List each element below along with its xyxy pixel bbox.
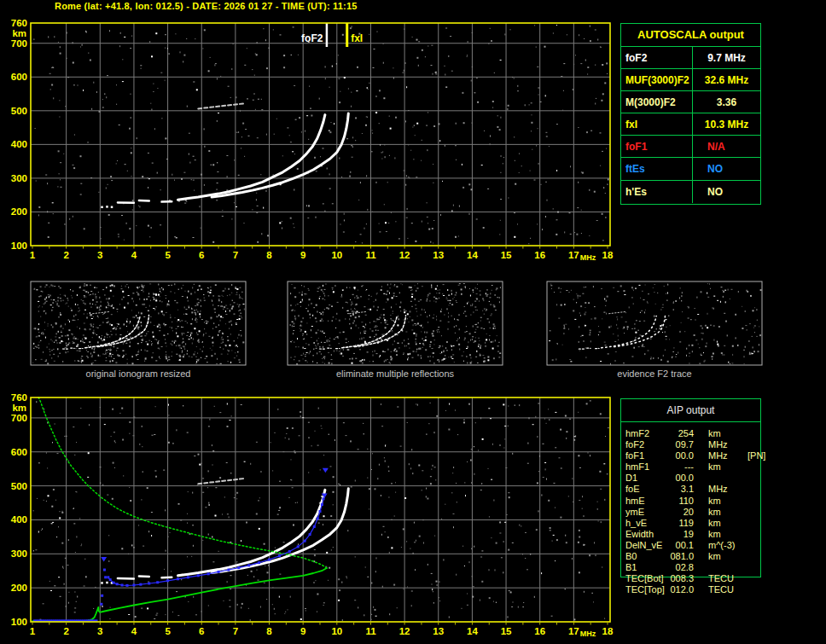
- svg-text:4: 4: [131, 626, 137, 636]
- svg-text:9: 9: [300, 626, 305, 636]
- svg-text:6: 6: [199, 250, 204, 260]
- aip-row-label: ymE: [620, 507, 670, 518]
- aip-row-yme: ymE20km: [620, 507, 825, 518]
- autoscala-table-rows: foF29.7 MHzMUF(3000)F232.6 MHzM(3000)F23…: [621, 47, 760, 203]
- svg-text:15: 15: [501, 626, 512, 636]
- aip-row-value: 110: [670, 496, 694, 507]
- aip-row-label: B0: [620, 551, 670, 562]
- svg-text:500: 500: [11, 481, 27, 491]
- svg-text:15: 15: [501, 250, 512, 260]
- top-plot-axis-labels: 760700600500400300200100km12345678910111…: [11, 18, 614, 262]
- aip-row-foe: foE3.1MHz: [620, 484, 825, 495]
- thumb-caption-2: eliminate multiple reflections: [288, 368, 503, 379]
- svg-text:11: 11: [365, 250, 376, 260]
- autoscala-row-value: NO: [693, 181, 760, 203]
- autoscala-screen: Rome (lat: +41.8, lon: 012.5) - DATE: 20…: [0, 0, 826, 644]
- aip-row-unit: TECU: [708, 573, 746, 584]
- svg-text:17: 17: [568, 250, 579, 260]
- restored-trace: [33, 468, 329, 622]
- svg-text:7: 7: [233, 626, 238, 636]
- aip-row-label: hmF2: [620, 428, 670, 439]
- aip-row-value: 09.7: [670, 439, 694, 450]
- top-plot-frame: [31, 23, 610, 249]
- autoscala-row-value: 3.36: [693, 91, 760, 113]
- svg-text:700: 700: [11, 413, 27, 423]
- aip-row-label: Ewidth: [620, 529, 670, 540]
- autoscala-row-label: MUF(3000)F2: [621, 69, 693, 90]
- svg-text:100: 100: [11, 617, 27, 627]
- fof2-marker-label: foF2: [301, 32, 323, 44]
- aip-row-unit: [708, 473, 746, 484]
- aip-row-d1: D100.0: [620, 473, 825, 484]
- aip-row-label: h_vE: [620, 518, 670, 529]
- aip-row-unit: km: [708, 551, 746, 562]
- aip-row-label: foF2: [620, 439, 670, 450]
- autoscala-row-value: 9.7 MHz: [693, 47, 760, 68]
- aip-row-unit: m^(-3): [708, 540, 746, 551]
- svg-text:14: 14: [467, 250, 478, 260]
- autoscala-row-label: foF1: [621, 136, 693, 157]
- svg-text:5: 5: [165, 626, 171, 636]
- autoscala-row-fxi: fxI10.3 MHz: [621, 113, 760, 136]
- autoscala-row-h-es: h'EsNO: [621, 181, 760, 203]
- svg-text:1: 1: [30, 250, 36, 260]
- svg-text:9: 9: [300, 250, 305, 260]
- svg-text:13: 13: [433, 626, 444, 636]
- svg-text:km: km: [12, 403, 26, 413]
- aip-row-label: B1: [620, 562, 670, 573]
- thumb-caption-1: original ionogram resized: [31, 368, 246, 379]
- autoscala-output-table: AUTOSCALA output foF29.7 MHzMUF(3000)F23…: [620, 23, 761, 205]
- svg-text:12: 12: [399, 626, 410, 636]
- autoscala-row-ftes: ftEsNO: [621, 158, 760, 180]
- svg-text:18: 18: [602, 626, 614, 636]
- aip-row-unit: km: [708, 518, 746, 529]
- autoscala-row-fof1: foF1N/A: [621, 136, 760, 158]
- svg-text:200: 200: [11, 583, 27, 593]
- top-plot-grid: [31, 23, 610, 246]
- aip-row-unit: TECU: [708, 584, 746, 595]
- svg-text:700: 700: [11, 38, 27, 49]
- aip-row-value: 081.0: [670, 551, 694, 562]
- svg-text:MHz: MHz: [580, 629, 596, 638]
- aip-row-hmf1: hmF1---km: [620, 461, 825, 473]
- autoscala-row-label: h'Es: [621, 181, 693, 203]
- thumb-caption-3: evidence F2 trace: [547, 368, 762, 379]
- aip-row-tec-top-: TEC[Top]012.0TECU: [620, 584, 825, 595]
- aip-row-unit: km: [708, 507, 746, 518]
- aip-row-label: foF1: [620, 450, 670, 461]
- svg-text:1: 1: [30, 626, 36, 636]
- bottom-plot-axis-labels: 760700600500400300200100km12345678910111…: [11, 392, 614, 638]
- aip-row-unit: MHz: [708, 439, 746, 450]
- aip-row-deln-ve: DelN_vE00.1m^(-3): [620, 540, 825, 551]
- blue-triangle-marker: [323, 468, 329, 473]
- autoscala-row-muf-3000-f2: MUF(3000)F232.6 MHz: [621, 69, 760, 91]
- aip-row-value: 3.1: [670, 484, 694, 495]
- svg-text:12: 12: [399, 250, 410, 260]
- autoscala-row-m-3000-f2: M(3000)F23.36: [621, 91, 760, 113]
- aip-row-h-ve: h_vE119km: [620, 518, 825, 529]
- svg-text:600: 600: [11, 72, 27, 82]
- svg-text:3: 3: [97, 626, 102, 636]
- aip-row-b0: B0081.0km: [620, 551, 825, 562]
- aip-row-label: hmE: [620, 496, 670, 507]
- svg-text:760: 760: [11, 18, 27, 28]
- aip-row-value: ---: [670, 461, 694, 473]
- svg-text:18: 18: [602, 250, 614, 260]
- aip-table-rows: hmF2254kmfoF209.7MHzfoF100.0MHz[PN]hmF1-…: [620, 428, 825, 595]
- svg-text:2: 2: [63, 250, 68, 260]
- autoscala-row-value: 32.6 MHz: [693, 69, 760, 90]
- autoscala-row-label: M(3000)F2: [621, 91, 693, 113]
- aip-row-note: [PN]: [747, 450, 765, 461]
- svg-text:300: 300: [11, 173, 27, 183]
- aip-row-ewidth: Ewidth19km: [620, 529, 825, 540]
- aip-row-label: DelN_vE: [620, 540, 670, 551]
- autoscala-row-fof2: foF29.7 MHz: [621, 47, 760, 69]
- svg-text:400: 400: [11, 514, 27, 525]
- svg-text:16: 16: [534, 626, 545, 636]
- aip-row-unit: km: [708, 529, 746, 540]
- aip-row-label: foE: [620, 484, 670, 495]
- aip-row-value: 254: [670, 428, 694, 439]
- aip-row-value: 00.0: [670, 473, 694, 484]
- svg-text:16: 16: [534, 250, 545, 260]
- svg-text:2: 2: [63, 626, 68, 636]
